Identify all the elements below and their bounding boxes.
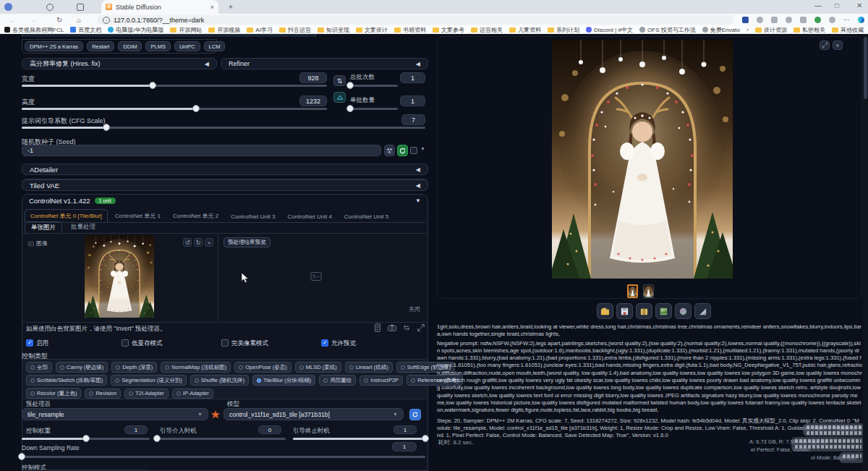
- swap-width-height-button[interactable]: ⇅: [333, 75, 346, 86]
- controlnet-subtab[interactable]: 批量处理: [65, 221, 101, 234]
- bookmark-item[interactable]: 私密相关: [793, 26, 825, 34]
- window-minimize-button[interactable]: —: [814, 1, 822, 9]
- option-checkbox[interactable]: [321, 339, 328, 347]
- redo-icon[interactable]: ↻: [194, 238, 203, 247]
- batch-size-input[interactable]: 1: [400, 96, 425, 106]
- refresh-icon[interactable]: ↻: [56, 13, 62, 27]
- bookmark-item[interactable]: 百度文档: [70, 26, 101, 34]
- cfg-scale-input[interactable]: 7: [401, 114, 425, 125]
- option-checkbox[interactable]: [26, 339, 33, 347]
- send-to-extras-button[interactable]: [694, 303, 711, 319]
- downsampling-slider[interactable]: [22, 456, 425, 458]
- reuse-seed-button[interactable]: [397, 145, 408, 156]
- control-type-radio[interactable]: Scribble/Sketch (涂鸦/草图): [26, 375, 107, 386]
- close-gallery-icon[interactable]: ×: [833, 41, 843, 50]
- bookmark-item[interactable]: 开源网站: [170, 26, 202, 34]
- control-type-radio[interactable]: NormalMap (法线贴图): [161, 362, 231, 373]
- aspect-ratio-button[interactable]: [333, 92, 346, 103]
- sampler-button[interactable]: PLMS: [145, 41, 170, 51]
- control-type-radio[interactable]: Revision: [85, 389, 121, 399]
- bookmark-item[interactable]: 知识变现: [318, 26, 349, 34]
- control-type-radio[interactable]: IP-Adapter: [172, 389, 213, 399]
- controlnet-unit-tab[interactable]: ControlNet Unit 3: [226, 211, 280, 222]
- control-type-radio[interactable]: T2I-Adapter: [124, 389, 169, 399]
- bookmark-item[interactable]: 电脑版/华为电脑版: [108, 26, 163, 34]
- controlnet-input-image[interactable]: [85, 235, 154, 318]
- height-input[interactable]: 1232: [299, 96, 327, 106]
- width-slider[interactable]: [22, 85, 327, 87]
- send-dimensions-icon[interactable]: [417, 323, 425, 332]
- workspaces-icon[interactable]: [77, 4, 84, 11]
- hires-fix-accordion[interactable]: 高分辨率修复 (Hires. fix) ◀: [22, 58, 217, 69]
- clear-image-icon[interactable]: ×: [205, 238, 213, 247]
- save-button[interactable]: [616, 303, 633, 319]
- bookmark-item[interactable]: 文案参考: [433, 26, 464, 34]
- undo-icon[interactable]: ↺: [183, 238, 192, 247]
- bookmark-item[interactable]: 免费Envato模板下载. pe|s: [702, 26, 740, 34]
- guidance-end-slider[interactable]: [293, 438, 425, 440]
- generated-image[interactable]: [552, 40, 733, 279]
- tiled-vae-accordion[interactable]: Tiled VAE◀: [22, 179, 428, 191]
- model-dropdown[interactable]: control_v11f1e_sd15_tile [a371b31b]▼: [224, 408, 404, 420]
- adetailer-accordion[interactable]: ADetailer◀: [22, 164, 428, 175]
- save-zip-button[interactable]: [636, 303, 652, 319]
- seed-input[interactable]: -1: [22, 145, 381, 156]
- split-screen-icon[interactable]: [771, 17, 778, 23]
- control-type-radio[interactable]: OpenPose (姿态): [234, 362, 292, 373]
- bookmark-item[interactable]: 设计资源: [755, 26, 787, 34]
- control-type-radio[interactable]: MLSD (直线): [295, 362, 341, 373]
- controlnet-subtab[interactable]: 单张图片: [25, 221, 62, 234]
- scrollbar-thumb[interactable]: [864, 37, 867, 99]
- guidance-start-slider[interactable]: [157, 438, 286, 440]
- send-to-img2img-button[interactable]: [655, 303, 672, 319]
- guidance-start-input[interactable]: 0: [258, 425, 281, 434]
- guidance-end-input[interactable]: 1: [393, 425, 417, 434]
- controlnet-image-pane[interactable]: 图像 ↺ ↻ ×: [22, 233, 218, 323]
- control-weight-slider[interactable]: [22, 438, 150, 440]
- gallery-thumbnail-selected[interactable]: [627, 284, 638, 298]
- new-tab-button[interactable]: +: [229, 0, 233, 14]
- control-type-radio[interactable]: Canny (硬边缘): [56, 362, 108, 373]
- bookmarks-overflow-chevron[interactable]: ›: [746, 26, 749, 33]
- collections-icon[interactable]: [786, 17, 792, 23]
- refresh-models-button[interactable]: [409, 409, 421, 420]
- control-type-radio[interactable]: 全部: [26, 362, 52, 373]
- bookmark-item[interactable]: OFS 投资与工作流: [639, 26, 696, 34]
- control-type-radio[interactable]: 局部重绘: [319, 375, 356, 386]
- control-weight-input[interactable]: 1: [124, 425, 148, 434]
- page-scrollbar[interactable]: [863, 34, 868, 471]
- mirror-webcam-icon[interactable]: [402, 323, 411, 332]
- bookmark-item[interactable]: Discord | #中文: [586, 26, 633, 34]
- run-preprocessor-icon[interactable]: [211, 410, 220, 419]
- other-favorites[interactable]: 其他收藏: [832, 26, 864, 34]
- control-type-radio[interactable]: Recolor (重上色): [26, 388, 81, 399]
- gallery-thumbnail[interactable]: [643, 284, 654, 298]
- open-folder-button[interactable]: [597, 303, 613, 319]
- controlnet-unit-tab[interactable]: ControlNet 单元 0 [Tile/Blur]: [25, 209, 108, 222]
- control-type-radio[interactable]: Segmentation (语义分割): [111, 375, 186, 386]
- bookmark-item[interactable]: 抖音运营: [279, 26, 311, 34]
- back-icon[interactable]: ←: [9, 13, 16, 27]
- new-canvas-icon[interactable]: [373, 323, 382, 332]
- controlnet-unit-tab[interactable]: ControlNet 单元 2: [168, 210, 224, 222]
- batch-size-slider[interactable]: [350, 108, 398, 110]
- window-close-button[interactable]: ✕: [856, 1, 862, 9]
- controlnet-accordion[interactable]: ControlNet v1.1.422 1 unit ▼: [22, 194, 428, 207]
- extension-icon[interactable]: [800, 17, 807, 23]
- bookmark-item[interactable]: AI学习: [247, 26, 273, 34]
- batch-count-input[interactable]: 1: [400, 72, 425, 83]
- extension-icon[interactable]: [742, 17, 749, 23]
- bookmark-item[interactable]: 系列计划: [548, 26, 579, 34]
- control-type-radio[interactable]: Lineart (线稿): [345, 362, 393, 373]
- browser-profile-icon[interactable]: [4, 3, 12, 11]
- controlnet-unit-tab[interactable]: ControlNet Unit 5: [339, 211, 393, 222]
- address-bar[interactable]: i 127.0.0.1:7860/?__theme=dark: [97, 15, 733, 25]
- option-checkbox[interactable]: [221, 339, 229, 347]
- sampler-button[interactable]: DDIM: [118, 41, 142, 51]
- option-checkbox[interactable]: [122, 339, 129, 347]
- downsampling-input[interactable]: 1: [392, 442, 417, 451]
- browser-tab[interactable]: Stable Diffusion ×: [101, 0, 218, 14]
- control-type-radio[interactable]: InstructP2P: [359, 375, 403, 386]
- webcam-icon[interactable]: [388, 323, 396, 332]
- window-maximize-button[interactable]: □: [835, 1, 839, 9]
